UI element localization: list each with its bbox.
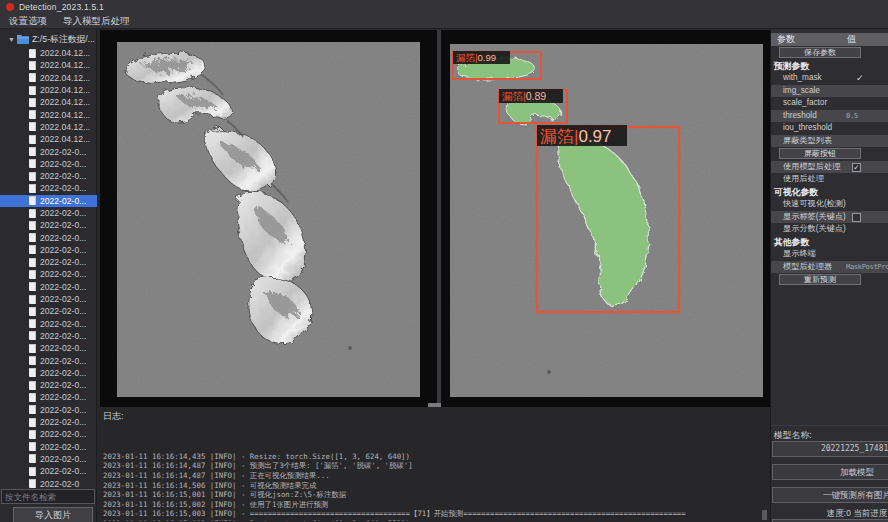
file-tree-item[interactable]: 2022-02-0...	[0, 330, 97, 342]
file-tree-item[interactable]: 2022-02-0...	[0, 379, 97, 391]
file-tree[interactable]: 2022.04.12... 2022.04.12... 2022.04.12..…	[0, 47, 97, 488]
file-tree-item[interactable]: 2022.04.12...	[0, 96, 97, 108]
parameter-row[interactable]: 可视化参数	[771, 186, 888, 199]
parameter-label[interactable]: 显示分数(关键点)	[771, 223, 888, 236]
parameter-row[interactable]: 显示标签(关键点)	[771, 211, 888, 224]
parameter-row[interactable]: 保存参数	[771, 47, 888, 60]
prediction-image-panel[interactable]: 漏箔|0.99 漏箔|0.89 漏箔|0.97	[441, 30, 770, 407]
file-name: 2022-02-0...	[40, 429, 86, 439]
parameter-row[interactable]: 显示分数(关键点)	[771, 223, 888, 236]
log-area[interactable]: 日志: 2023-01-11 16:16:14,435 |INFO| - Res…	[97, 407, 770, 522]
parameter-label[interactable]: 重新预测	[779, 274, 861, 285]
file-tree-item[interactable]: 2022-02-0...	[0, 342, 97, 354]
parameter-row[interactable]: 预测参数	[771, 60, 888, 73]
parameter-value[interactable]: ✓	[856, 72, 864, 85]
predict-all-button[interactable]: 一键预测所有图片	[772, 487, 888, 503]
parameter-label[interactable]: 快速可视化(检测)	[771, 198, 888, 211]
parameter-value[interactable]: MaskPostPro	[846, 261, 888, 274]
file-tree-item[interactable]: 2022.04.12...	[0, 59, 97, 71]
file-tree-item[interactable]: 2022-02-0...	[0, 195, 97, 207]
file-tree-item[interactable]: 2022-02-0...	[0, 268, 97, 280]
file-tree-item[interactable]: 2022-02-0...	[0, 170, 97, 182]
tree-root-folder[interactable]: ▼ Z:/5-标注数据/...	[0, 33, 97, 46]
parameter-row[interactable]: 使用模型后处理 ✓	[771, 161, 888, 174]
file-tree-item[interactable]: 2022-02-0...	[0, 231, 97, 243]
tree-expand-arrow-icon[interactable]: ▼	[8, 36, 17, 43]
file-tree-item[interactable]: 2022-02-0...	[0, 158, 97, 170]
file-tree-item[interactable]: 2022-02-0...	[0, 367, 97, 379]
parameter-value[interactable]: 0.5	[846, 110, 888, 123]
parameter-label[interactable]: 保存参数	[779, 47, 861, 58]
file-tree-item[interactable]: 2022-02-0...	[0, 182, 97, 194]
model-name-field[interactable]: 20221225_174813	[772, 441, 888, 457]
file-tree-item[interactable]: 2022-02-0...	[0, 293, 97, 305]
file-tree-item[interactable]: 2022-02-0...	[0, 244, 97, 256]
file-tree-item[interactable]: 2022-02-0...	[0, 441, 97, 453]
file-name: 2022-02-0...	[40, 282, 86, 292]
file-tree-item[interactable]: 2022-02-0...	[0, 219, 97, 231]
menu-item[interactable]: 导入模型后处理	[63, 15, 130, 28]
parameter-row[interactable]: 快速可视化(检测)	[771, 198, 888, 211]
file-tree-item[interactable]: 2022-02-0...	[0, 416, 97, 428]
parameter-value[interactable]	[852, 213, 861, 222]
parameter-label[interactable]: 使用后处理	[771, 173, 888, 186]
import-images-button[interactable]: 导入图片	[13, 507, 93, 522]
file-tree-item[interactable]: 2022-02-0...	[0, 256, 97, 268]
file-tree-item[interactable]: 2022-02-0...	[0, 404, 97, 416]
file-icon	[29, 307, 36, 316]
parameter-row[interactable]: img_scale	[771, 85, 888, 98]
file-name: 2022.04.12...	[40, 97, 90, 107]
parameter-row[interactable]: scale_factor	[771, 97, 888, 110]
parameter-row[interactable]: 重新预测	[771, 274, 888, 287]
file-tree-item[interactable]: 2022-02-0...	[0, 428, 97, 440]
file-tree-item[interactable]: 2022.04.12...	[0, 121, 97, 133]
file-tree-item[interactable]: 2022-02-0...	[0, 281, 97, 293]
parameter-label[interactable]: scale_factor	[771, 97, 888, 110]
file-icon	[29, 86, 36, 95]
file-tree-item[interactable]: 2022-02-0...	[0, 207, 97, 219]
parameter-label[interactable]: 显示终端	[771, 248, 888, 261]
title-bar[interactable]: Detection_2023.1.5.1	[0, 0, 888, 14]
parameter-row[interactable]: threshold 0.5	[771, 110, 888, 123]
parameter-label[interactable]: 使用模型后处理	[771, 161, 888, 174]
parameter-label[interactable]: 屏蔽类型列表	[771, 135, 888, 148]
parameter-row[interactable]: 使用后处理	[771, 173, 888, 186]
file-tree-item[interactable]: 2022-02-0...	[0, 465, 97, 477]
file-tree-item[interactable]: 2022-02-0...	[0, 145, 97, 157]
file-icon	[29, 467, 36, 476]
file-tree-item[interactable]: 2022-02-0...	[0, 453, 97, 465]
filename-search-input[interactable]	[1, 489, 95, 504]
file-tree-item[interactable]: 2022-02-0	[0, 477, 97, 488]
original-image-panel[interactable]	[100, 30, 437, 407]
menu-item[interactable]: 设置选项	[9, 15, 47, 28]
file-tree-item[interactable]: 2022.04.12...	[0, 133, 97, 145]
parameter-row[interactable]: 屏蔽类型列表	[771, 135, 888, 148]
parameter-row[interactable]: 显示终端	[771, 248, 888, 261]
parameter-value[interactable]: ✓	[852, 163, 861, 172]
parameter-row[interactable]: 其他参数	[771, 236, 888, 249]
parameter-label[interactable]: 显示标签(关键点)	[771, 211, 888, 224]
parameter-label[interactable]: 预测参数	[771, 60, 888, 73]
log-scrollbar[interactable]	[762, 510, 767, 520]
parameter-row[interactable]: 屏蔽按钮	[771, 148, 888, 161]
parameter-label[interactable]: 屏蔽按钮	[779, 148, 861, 159]
file-tree-item[interactable]: 2022-02-0...	[0, 318, 97, 330]
parameter-label[interactable]: 其他参数	[771, 236, 888, 249]
file-tree-item[interactable]: 2022-02-0...	[0, 354, 97, 366]
parameter-label[interactable]: 可视化参数	[771, 186, 888, 199]
file-tree-item[interactable]: 2022-02-0...	[0, 391, 97, 403]
file-name: 2022-02-0...	[40, 343, 86, 353]
file-tree-item[interactable]: 2022.04.12...	[0, 47, 97, 59]
file-tree-item[interactable]: 2022.04.12...	[0, 84, 97, 96]
file-tree-item[interactable]: 2022.04.12...	[0, 108, 97, 120]
parameter-row[interactable]: 模型后处理器 MaskPostPro	[771, 261, 888, 274]
file-tree-item[interactable]: 2022.04.12...	[0, 72, 97, 84]
parameter-label[interactable]: img_scale	[771, 85, 888, 98]
parameter-label[interactable]: iou_threshold	[771, 122, 888, 135]
file-tree-item[interactable]: 2022-02-0...	[0, 305, 97, 317]
parameter-row[interactable]: with_mask ✓	[771, 72, 888, 85]
parameter-row[interactable]: iou_threshold	[771, 122, 888, 135]
parameter-label[interactable]: with_mask	[771, 72, 888, 85]
file-icon	[29, 61, 36, 70]
load-model-button[interactable]: 加载模型	[772, 464, 888, 480]
